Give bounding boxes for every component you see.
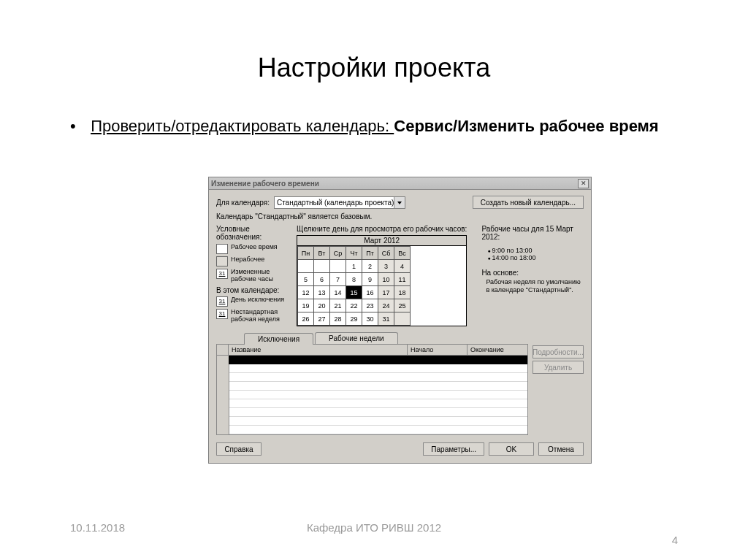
legend-changed: 31Измененные рабочие часы <box>216 269 291 283</box>
cal-day[interactable]: 5 <box>298 273 314 286</box>
swatch-nonstd-icon: 31 <box>216 309 228 319</box>
hour-slot: 9:00 по 13:00 <box>487 247 584 254</box>
cal-day[interactable]: 24 <box>378 299 394 312</box>
legend-nonstd-week: 31Нестандартная рабочая неделя <box>216 309 291 323</box>
grid-body[interactable] <box>217 356 527 434</box>
cal-day[interactable] <box>298 260 314 273</box>
cal-day[interactable]: 7 <box>330 273 346 286</box>
working-hours-panel: Рабочие часы для 15 Март 2012: 9:00 по 1… <box>473 225 584 326</box>
bullet-item: Проверить/отредактировать календарь: Сер… <box>70 115 678 137</box>
details-button[interactable]: Подробности... <box>533 345 584 358</box>
help-button[interactable]: Справка <box>216 442 262 456</box>
legend-title: Условные обозначения: <box>216 225 291 241</box>
cal-day[interactable]: 13 <box>314 286 330 299</box>
footer-page-number: 4 <box>672 534 678 546</box>
tab-exceptions[interactable]: Исключения <box>244 333 313 345</box>
calendar-selector-row: Для календаря: Стандартный (календарь пр… <box>209 190 591 211</box>
cal-day[interactable]: 2 <box>362 260 378 273</box>
bullet-bold: Сервис/Изменить рабочее время <box>394 117 658 135</box>
cal-day-selected[interactable]: 15 <box>346 286 362 299</box>
swatch-exception-icon: 31 <box>216 296 228 307</box>
new-calendar-button[interactable]: Создать новый календарь... <box>473 196 584 209</box>
weekday-head: Вт <box>314 247 330 260</box>
cal-day[interactable]: 11 <box>394 273 411 286</box>
cal-day[interactable]: 8 <box>346 273 362 286</box>
based-on-label: На основе: <box>481 269 584 277</box>
tabs: Исключения Рабочие недели <box>209 326 591 344</box>
hours-list: 9:00 по 13:00 14:00 по 18:00 <box>481 247 584 261</box>
cal-day[interactable]: 3 <box>378 260 394 273</box>
cal-day[interactable]: 9 <box>362 273 378 286</box>
cal-day[interactable] <box>314 260 330 273</box>
cal-day[interactable]: 18 <box>394 286 411 299</box>
cal-day[interactable]: 12 <box>298 286 314 299</box>
prev-month-icon[interactable] <box>297 237 306 245</box>
cal-day[interactable]: 27 <box>314 312 330 326</box>
cal-day[interactable] <box>394 312 411 326</box>
weekday-head: Пт <box>362 247 378 260</box>
params-button[interactable]: Параметры... <box>423 442 484 456</box>
bullet-prefix: Проверить/отредактировать календарь: <box>91 117 394 135</box>
tab-workweeks[interactable]: Рабочие недели <box>315 332 397 344</box>
calendar-instruction: Щелкните день для просмотра его рабочих … <box>297 225 467 233</box>
weekday-head: Сб <box>378 247 394 260</box>
calendar-weekday-row: Пн Вт Ср Чт Пт Сб Вс <box>298 247 411 260</box>
grid-col-name: Название <box>229 345 408 355</box>
weekday-head: Вс <box>394 247 411 260</box>
swatch-work-icon <box>216 244 228 254</box>
hours-title: Рабочие часы для 15 Март 2012: <box>481 225 584 241</box>
footer-date: 10.11.2018 <box>70 521 125 534</box>
swatch-changed-icon: 31 <box>216 269 228 279</box>
base-calendar-note: Календарь "Стандартный" является базовым… <box>209 211 591 225</box>
cal-day[interactable]: 14 <box>330 286 346 299</box>
grid-col-start: Начало <box>408 345 468 355</box>
calendar-combo[interactable]: Стандартный (календарь проекта) <box>274 196 405 209</box>
ok-button[interactable]: OK <box>489 442 534 456</box>
cal-day[interactable]: 10 <box>378 273 394 286</box>
cal-day[interactable]: 21 <box>330 299 346 312</box>
calendar-table: Пн Вт Ср Чт Пт Сб Вс 1234 567891011 1213… <box>297 246 411 326</box>
slide-title: Настройки проекта <box>0 0 748 83</box>
weekday-head: Чт <box>346 247 362 260</box>
swatch-nonwork-icon <box>216 256 228 266</box>
cal-day[interactable]: 17 <box>378 286 394 299</box>
close-icon[interactable]: ✕ <box>578 179 589 188</box>
exceptions-grid[interactable]: Название Начало Окончание <box>216 344 528 435</box>
legend-sub-title: В этом календаре: <box>216 286 291 294</box>
cal-day[interactable]: 1 <box>346 260 362 273</box>
cal-day[interactable]: 31 <box>378 312 394 326</box>
grid-col-rownum <box>217 345 229 355</box>
legend: Условные обозначения: Рабочее время Нера… <box>216 225 291 326</box>
calendar-month: Март 2012 <box>306 237 457 245</box>
cal-day[interactable]: 28 <box>330 312 346 326</box>
dialog-window: Изменение рабочего времени ✕ Для календа… <box>208 177 592 464</box>
weekday-head: Пн <box>298 247 314 260</box>
next-month-icon[interactable] <box>457 237 466 245</box>
based-on-text: Рабочая неделя по умолчанию в календаре … <box>481 278 584 294</box>
grid-header: Название Начало Окончание <box>217 345 527 356</box>
grid-side-buttons: Подробности... Удалить <box>533 344 584 435</box>
cal-day[interactable] <box>330 260 346 273</box>
cal-day[interactable]: 29 <box>346 312 362 326</box>
cal-day[interactable]: 25 <box>394 299 411 312</box>
cal-day[interactable]: 6 <box>314 273 330 286</box>
cal-day[interactable]: 20 <box>314 299 330 312</box>
delete-button[interactable]: Удалить <box>533 361 584 374</box>
titlebar: Изменение рабочего времени ✕ <box>209 177 591 190</box>
cal-day[interactable]: 26 <box>298 312 314 326</box>
for-calendar-label: Для календаря: <box>216 199 270 207</box>
cal-day[interactable]: 30 <box>362 312 378 326</box>
cal-day[interactable]: 4 <box>394 260 411 273</box>
legend-day-exception: 31День исключения <box>216 296 291 307</box>
cal-day[interactable]: 19 <box>298 299 314 312</box>
legend-work: Рабочее время <box>216 244 291 254</box>
cal-day[interactable]: 23 <box>362 299 378 312</box>
calendar-widget[interactable]: Март 2012 Пн Вт Ср Чт Пт Сб Вс 1234 5678… <box>297 235 467 326</box>
weekday-head: Ср <box>330 247 346 260</box>
cancel-button[interactable]: Отмена <box>538 442 584 456</box>
calendar-column: Щелкните день для просмотра его рабочих … <box>297 225 467 326</box>
bullet-list: Проверить/отредактировать календарь: Сер… <box>0 83 748 137</box>
dialog-footer: Справка Параметры... OK Отмена <box>209 435 591 463</box>
cal-day[interactable]: 22 <box>346 299 362 312</box>
cal-day[interactable]: 16 <box>362 286 378 299</box>
